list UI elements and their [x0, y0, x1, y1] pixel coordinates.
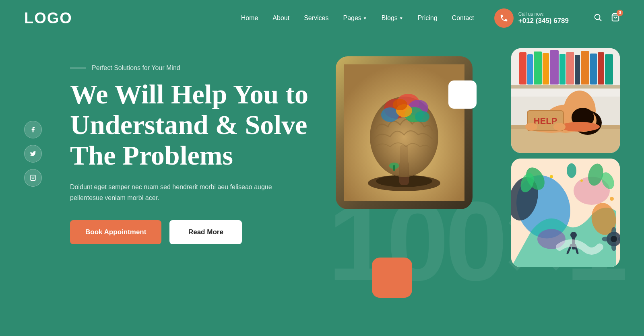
svg-point-49 — [553, 123, 566, 131]
svg-rect-24 — [519, 52, 526, 85]
hero-text: Perfect Solutions for Your Mind We Will … — [70, 48, 320, 244]
svg-rect-34 — [598, 52, 604, 85]
blogs-dropdown-arrow: ▼ — [399, 16, 403, 21]
phone-icon[interactable] — [494, 8, 514, 28]
hero-buttons: Book Appointment Read More — [70, 220, 320, 244]
svg-point-59 — [567, 163, 576, 178]
header-divider — [581, 10, 581, 26]
hero-description: Doidunt eget semper nec ruam sed hendrer… — [70, 182, 295, 203]
svg-point-0 — [595, 14, 600, 19]
phone-block: Call us now: +012 (345) 6789 — [494, 8, 569, 28]
svg-rect-33 — [590, 54, 597, 85]
images-area: 100×1 — [336, 48, 620, 330]
read-more-button[interactable]: Read More — [169, 220, 242, 244]
svg-point-70 — [602, 237, 610, 241]
brain-image — [336, 56, 473, 209]
main-content: Perfect Solutions for Your Mind We Will … — [0, 36, 644, 336]
svg-rect-30 — [566, 52, 574, 85]
svg-rect-25 — [527, 54, 533, 85]
nav-pricing[interactable]: Pricing — [418, 14, 438, 22]
nav-blogs[interactable]: Blogs ▼ — [382, 14, 403, 22]
svg-rect-3 — [30, 175, 35, 180]
header-icons: 0 — [593, 13, 620, 24]
search-icon[interactable] — [593, 13, 602, 24]
main-nav: Home About Services Pages ▼ Blogs ▼ Pric… — [241, 14, 474, 22]
site-header: LOGO Home About Services Pages ▼ Blogs ▼… — [0, 0, 644, 36]
hero-subtitle: Perfect Solutions for Your Mind — [70, 64, 320, 72]
right-images: HELP — [511, 48, 620, 267]
nav-services[interactable]: Services — [304, 14, 328, 22]
svg-rect-29 — [559, 54, 566, 85]
svg-point-64 — [580, 179, 583, 182]
instagram-icon — [30, 175, 36, 181]
instagram-button[interactable] — [24, 169, 42, 187]
twitter-icon — [30, 150, 36, 157]
svg-rect-32 — [581, 51, 589, 85]
svg-rect-27 — [543, 53, 549, 85]
svg-point-61 — [570, 232, 577, 238]
svg-point-19 — [415, 111, 429, 122]
subtitle-line — [70, 68, 86, 68]
abstract-mental-image — [511, 159, 620, 267]
svg-point-18 — [393, 99, 407, 110]
brain-svg — [344, 64, 464, 201]
site-logo[interactable]: LOGO — [24, 10, 72, 27]
svg-rect-28 — [550, 50, 559, 85]
svg-point-63 — [550, 175, 553, 178]
svg-rect-21 — [393, 165, 395, 171]
svg-rect-36 — [511, 85, 620, 89]
svg-rect-31 — [575, 55, 580, 85]
facebook-button[interactable] — [24, 121, 42, 138]
svg-rect-26 — [534, 52, 542, 85]
hero-title: We Will Help You to Understand & Solve T… — [70, 79, 320, 171]
header-right: Call us now: +012 (345) 6789 0 — [494, 8, 620, 28]
svg-point-69 — [611, 243, 616, 251]
nav-about[interactable]: About — [272, 14, 289, 22]
cart-badge: 0 — [617, 10, 623, 16]
svg-point-68 — [611, 227, 616, 235]
white-square-decoration — [448, 80, 477, 109]
svg-text:HELP: HELP — [534, 116, 557, 126]
svg-point-65 — [610, 197, 614, 201]
phone-svg — [500, 14, 508, 23]
svg-line-1 — [599, 19, 601, 21]
phone-text: Call us now: +012 (345) 6789 — [518, 11, 569, 25]
svg-point-67 — [611, 236, 617, 242]
twitter-button[interactable] — [24, 145, 42, 163]
svg-point-4 — [32, 177, 34, 179]
cart-icon[interactable]: 0 — [611, 13, 620, 24]
nav-contact[interactable]: Contact — [452, 14, 474, 22]
pages-dropdown-arrow: ▼ — [363, 16, 367, 21]
svg-rect-35 — [605, 54, 613, 85]
book-appointment-button[interactable]: Book Appointment — [70, 220, 161, 244]
nav-pages[interactable]: Pages ▼ — [343, 14, 367, 22]
facebook-icon — [30, 126, 36, 133]
social-sidebar — [24, 121, 42, 187]
nav-home[interactable]: Home — [241, 14, 258, 22]
orange-square-decoration — [372, 258, 412, 298]
svg-point-5 — [34, 176, 35, 177]
help-image: HELP — [511, 48, 620, 153]
svg-point-48 — [525, 123, 537, 131]
